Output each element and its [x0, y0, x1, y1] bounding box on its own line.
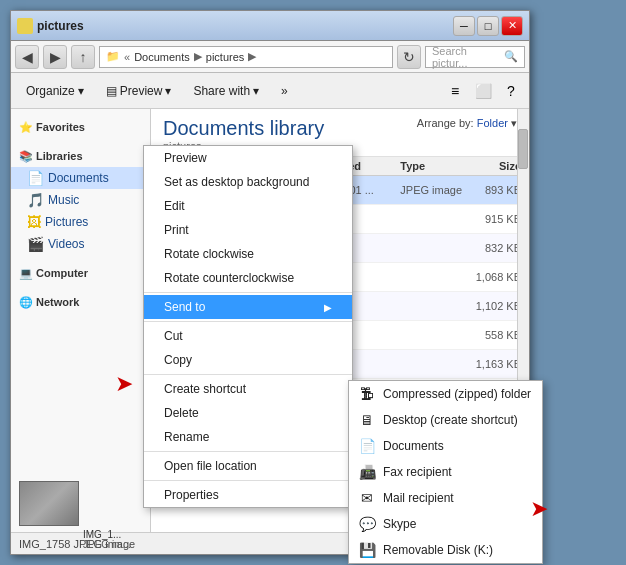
sidebar-item-pictures[interactable]: 🖼 Pictures	[11, 211, 150, 233]
submenu-item[interactable]: 📠 Fax recipient	[349, 459, 542, 485]
context-menu-item[interactable]: Preview	[144, 146, 352, 170]
submenu-item[interactable]: 🗜 Compressed (zipped) folder	[349, 381, 542, 407]
share-with-button[interactable]: Share with ▾	[184, 77, 268, 105]
send-to-submenu: 🗜 Compressed (zipped) folder 🖥 Desktop (…	[348, 380, 543, 564]
file-size-cell: 832 KB	[469, 242, 521, 254]
title-bar-icon	[17, 18, 33, 34]
preview-button[interactable]: ▤ Preview ▾	[97, 77, 181, 105]
file-thumbnail	[19, 481, 79, 526]
context-menu-item[interactable]: Copy	[144, 348, 352, 372]
context-item-label: Set as desktop background	[164, 175, 309, 189]
submenu-item-label: Fax recipient	[383, 465, 452, 479]
search-field[interactable]: Search pictur... 🔍	[425, 46, 525, 68]
maximize-button[interactable]: □	[477, 16, 499, 36]
file-size-cell: 1,068 KB	[469, 271, 521, 283]
forward-button[interactable]: ▶	[43, 45, 67, 69]
context-menu-item[interactable]: Print	[144, 218, 352, 242]
arrange-by-value: Folder	[477, 117, 508, 129]
submenu-item[interactable]: 🖥 Desktop (create shortcut)	[349, 407, 542, 433]
address-bar: ◀ ▶ ↑ 📁 « Documents ▶ pictures ▶ ↻ Searc…	[11, 41, 529, 73]
context-menu-separator	[144, 374, 352, 375]
sidebar-item-label-pictures: Pictures	[45, 215, 88, 229]
sidebar-item-label-music: Music	[48, 193, 79, 207]
context-menu-separator	[144, 292, 352, 293]
sidebar-item-music[interactable]: 🎵 Music	[11, 189, 150, 211]
context-menu-item[interactable]: Cut	[144, 324, 352, 348]
close-button[interactable]: ✕	[501, 16, 523, 36]
context-item-label: Create shortcut	[164, 382, 246, 396]
submenu-item-icon: ✉	[359, 490, 375, 506]
submenu-item[interactable]: 💬 Skype	[349, 511, 542, 537]
sidebar-header-computer[interactable]: 💻 Computer	[11, 263, 150, 284]
context-menu-item[interactable]: Rotate counterclockwise	[144, 266, 352, 290]
context-menu-item[interactable]: Edit	[144, 194, 352, 218]
search-placeholder: Search pictur...	[432, 45, 504, 69]
file-size-cell: 893 KB	[469, 184, 521, 196]
submenu-item-icon: 🗜	[359, 386, 375, 402]
context-menu-item[interactable]: Rotate clockwise	[144, 242, 352, 266]
submenu-item-icon: 📠	[359, 464, 375, 480]
sidebar-item-documents[interactable]: 📄 Documents	[11, 167, 150, 189]
more-button[interactable]: »	[272, 77, 297, 105]
context-menu-item[interactable]: Properties	[144, 483, 352, 507]
submenu-item-label: Desktop (create shortcut)	[383, 413, 518, 427]
scrollbar-thumb[interactable]	[518, 129, 528, 169]
toolbar-icon-group: ≡ ⬜ ?	[443, 79, 523, 103]
submenu-item[interactable]: ✉ Mail recipient	[349, 485, 542, 511]
help-button[interactable]: ?	[499, 79, 523, 103]
preview-label: Preview	[120, 84, 163, 98]
breadcrumb-sep1: «	[124, 51, 130, 63]
col-header-size[interactable]: Size	[469, 160, 521, 172]
context-menu-item[interactable]: Create shortcut	[144, 377, 352, 401]
sidebar-item-label-videos: Videos	[48, 237, 84, 251]
share-chevron-icon: ▾	[253, 84, 259, 98]
col-header-type[interactable]: Type	[400, 160, 469, 172]
submenu-item-label: Documents	[383, 439, 444, 453]
arrange-by[interactable]: Arrange by: Folder ▾	[417, 117, 517, 130]
more-label: »	[281, 84, 288, 98]
context-menu: PreviewSet as desktop backgroundEditPrin…	[143, 145, 353, 508]
submenu-item[interactable]: 📄 Documents	[349, 433, 542, 459]
context-menu-item[interactable]: Open file location	[144, 454, 352, 478]
context-menu-item[interactable]: Rename	[144, 425, 352, 449]
sidebar-item-videos[interactable]: 🎬 Videos	[11, 233, 150, 255]
submenu-item-label: Removable Disk (K:)	[383, 543, 493, 557]
arrange-by-label: Arrange by:	[417, 117, 474, 129]
up-button[interactable]: ↑	[71, 45, 95, 69]
network-icon: 🌐	[19, 296, 33, 308]
views-icon: ≡	[451, 83, 459, 99]
sidebar-header-favorites[interactable]: ⭐ Favorites	[11, 117, 150, 138]
submenu-item-icon: 💬	[359, 516, 375, 532]
views-button[interactable]: ≡	[443, 79, 467, 103]
help-icon: ?	[507, 83, 515, 99]
preview-icon: ▤	[106, 84, 117, 98]
context-item-label: Copy	[164, 353, 192, 367]
organize-label: Organize	[26, 84, 75, 98]
preview-pane-icon: ⬜	[475, 83, 492, 99]
sidebar-header-network[interactable]: 🌐 Network	[11, 292, 150, 313]
refresh-button[interactable]: ↻	[397, 45, 421, 69]
context-menu-separator	[144, 451, 352, 452]
sidebar-header-libraries[interactable]: 📚 Libraries	[11, 146, 150, 167]
file-size-cell: 915 KB	[469, 213, 521, 225]
context-menu-sendto[interactable]: Send to▶	[144, 295, 352, 319]
title-bar-text: pictures	[37, 19, 453, 33]
minimize-button[interactable]: ─	[453, 16, 475, 36]
back-button[interactable]: ◀	[15, 45, 39, 69]
submenu-item[interactable]: 💾 Removable Disk (K:)	[349, 537, 542, 563]
context-item-label: Cut	[164, 329, 183, 343]
context-item-label: Edit	[164, 199, 185, 213]
submenu-item-icon: 📄	[359, 438, 375, 454]
submenu-item-icon: 🖥	[359, 412, 375, 428]
context-item-label: Open file location	[164, 459, 257, 473]
organize-button[interactable]: Organize ▾	[17, 77, 93, 105]
address-field[interactable]: 📁 « Documents ▶ pictures ▶	[99, 46, 393, 68]
context-menu-item[interactable]: Set as desktop background	[144, 170, 352, 194]
file-type-cell: JPEG image	[400, 184, 469, 196]
context-item-label: Preview	[164, 151, 207, 165]
context-item-label: Delete	[164, 406, 199, 420]
pictures-icon: 🖼	[27, 214, 41, 230]
preview-pane-button[interactable]: ⬜	[471, 79, 495, 103]
title-bar-buttons: ─ □ ✕	[453, 16, 523, 36]
context-menu-item[interactable]: Delete	[144, 401, 352, 425]
